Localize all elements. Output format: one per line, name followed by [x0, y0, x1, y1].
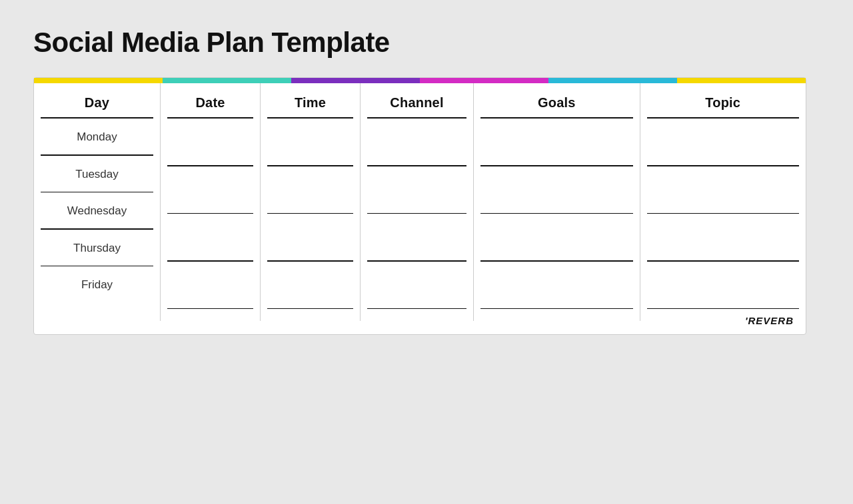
reverb-logo: 'REVERB [745, 315, 794, 326]
time-cell-3 [267, 214, 353, 262]
goals-cell-2 [480, 166, 633, 214]
day-label-friday: Friday [41, 278, 153, 292]
channel-color-bar [420, 78, 548, 83]
day-label-tuesday: Tuesday [41, 168, 153, 181]
channel-cell-3 [367, 214, 466, 262]
column-channel: Channel [361, 83, 474, 321]
header-day: Day [34, 83, 160, 111]
topic-data-rows [640, 119, 806, 321]
page-title: Social Media Plan Template [33, 27, 390, 59]
channel-cell-2 [367, 166, 466, 214]
channel-cell-5 [367, 309, 466, 321]
column-time: Time [261, 83, 361, 321]
time-cell-5 [267, 309, 353, 321]
logo-text: REVERB [748, 315, 794, 326]
day-label-wednesday: Wednesday [41, 204, 153, 218]
time-color-bar [291, 78, 420, 83]
goals-data-rows [474, 119, 640, 321]
time-data-rows [261, 119, 360, 321]
channel-cell-1 [367, 119, 466, 166]
date-cell-1 [167, 119, 253, 166]
topic-cell-4 [647, 262, 800, 310]
header-goals: Goals [474, 83, 640, 111]
channel-cell-4 [367, 262, 466, 310]
time-cell-4 [267, 262, 353, 310]
day-label-monday: Monday [41, 130, 153, 144]
day-color-bar [34, 78, 163, 83]
topic-cell-1 [647, 119, 800, 166]
day-row-wednesday: Wednesday [41, 192, 153, 230]
header-date: Date [161, 83, 260, 111]
header-channel: Channel [361, 83, 473, 111]
time-cell-1 [267, 119, 353, 166]
header-topic: Topic [640, 83, 806, 111]
column-color-bars [34, 78, 806, 83]
goals-color-bar [548, 78, 677, 83]
goals-cell-3 [480, 214, 633, 262]
topic-color-bar [677, 78, 806, 83]
header-time: Time [261, 83, 360, 111]
day-row-friday: Friday [41, 266, 153, 292]
date-cell-2 [167, 166, 253, 214]
channel-data-rows [361, 119, 473, 321]
column-topic: Topic [640, 83, 806, 321]
social-media-table: Day Monday Tuesday Wednesday Thursday [33, 77, 806, 335]
day-data-rows: Monday Tuesday Wednesday Thursday Friday [34, 119, 160, 321]
goals-cell-5 [480, 309, 633, 321]
day-label-thursday: Thursday [41, 242, 153, 255]
column-goals: Goals [474, 83, 640, 321]
date-color-bar [163, 78, 291, 83]
day-row-thursday: Thursday [41, 230, 153, 267]
date-cell-3 [167, 214, 253, 262]
topic-cell-2 [647, 166, 800, 214]
date-cell-4 [167, 262, 253, 310]
date-data-rows [161, 119, 260, 321]
goals-cell-1 [480, 119, 633, 166]
day-row-tuesday: Tuesday [41, 156, 153, 193]
column-date: Date [161, 83, 261, 321]
time-cell-2 [267, 166, 353, 214]
date-cell-5 [167, 309, 253, 321]
day-row-monday: Monday [41, 119, 153, 156]
column-day: Day Monday Tuesday Wednesday Thursday [34, 83, 161, 321]
goals-cell-4 [480, 262, 633, 310]
table-content: Day Monday Tuesday Wednesday Thursday [34, 83, 806, 321]
topic-cell-3 [647, 214, 800, 262]
